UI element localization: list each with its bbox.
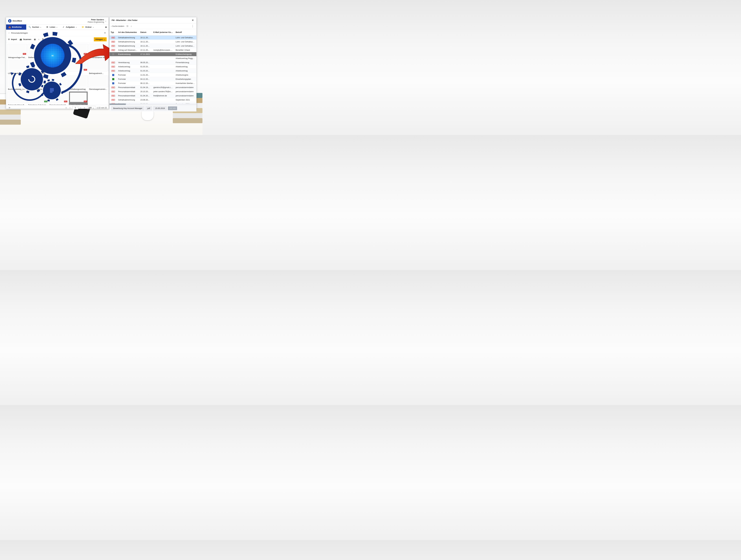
document-tile[interactable]: PDFVetragsvorlage Frei... <box>8 44 27 59</box>
document-tile[interactable] <box>49 60 68 75</box>
close-icon[interactable]: ✕ <box>191 18 194 22</box>
main-nav: 📥Briefkörbe⌄ 🔍Suchen⌄ ☰Listen⌄ ✓Aufgaben… <box>6 24 109 30</box>
import-button[interactable]: ⬆Import <box>8 38 17 41</box>
scan-button[interactable]: 📠Scannen <box>19 38 31 41</box>
ablegen-button[interactable]: Ablegen⌄ <box>94 37 107 41</box>
chevron-down-icon: ⌄ <box>92 107 94 109</box>
grid-view-icon[interactable]: ▦ <box>34 38 36 41</box>
filetype-icon <box>110 74 117 76</box>
results-title: PM - Mitarbeiter - Alle Felder <box>112 19 138 21</box>
user-org: Peters Engineering <box>87 21 104 23</box>
nav-listen[interactable]: ☰Listen⌄ <box>44 24 60 29</box>
filetype-icon: PDF <box>110 41 117 43</box>
table-row[interactable]: Formular06.12.20...Inventarliste überlas… <box>110 81 196 85</box>
table-row[interactable]: PDFGehaltsabrechnung18.11.20...Lohn- und… <box>110 36 196 40</box>
document-tile[interactable]: Stellenbeschreibung... <box>28 44 48 59</box>
chevron-down-icon: ⌄ <box>56 26 58 28</box>
next-page-button[interactable]: › <box>79 106 82 109</box>
tile-label: Teilnehmer Schulung... <box>28 104 48 105</box>
table-row[interactable]: PDFVereinbarung06.05.20...Firmenfahrzeug <box>110 60 196 65</box>
filetype-icon: PDF <box>110 45 117 47</box>
user-name: Peter Sanders <box>87 18 104 21</box>
tile-label: Bewerbung <box>108 88 109 90</box>
table-row[interactable]: PDFGehaltsabrechnung23.09.20...September… <box>110 98 196 102</box>
document-tile[interactable] <box>49 44 68 59</box>
table-row[interactable]: Formular11.01.20...Arbeitszeugnisgültig <box>110 73 196 77</box>
document-tile[interactable]: Dienstwagenverein... <box>89 76 108 90</box>
document-tile[interactable]: ...erbung <box>49 76 68 90</box>
database-icon[interactable]: 🗄 <box>42 38 44 41</box>
page-size-select[interactable]: 100⌄ <box>87 106 95 109</box>
refresh-icon[interactable]: ⟳ <box>8 106 11 109</box>
modify-search-button[interactable]: ‹Suche ändern <box>111 25 124 27</box>
filetype-icon: PDF <box>110 49 117 51</box>
document-tile[interactable]: Aufhebungsvertrag <box>69 76 88 90</box>
prev-page-button[interactable]: ‹ <box>69 106 71 109</box>
col-betreff[interactable]: Betreff <box>175 30 196 34</box>
col-art[interactable]: Art des Dokumentes <box>117 30 139 34</box>
document-tile[interactable]: Beurteilungsbogen <box>108 60 109 75</box>
document-tile[interactable]: XLSTeilnehmer Schulung... <box>28 91 48 105</box>
document-tile[interactable]: PDFZwischenzeugnis <box>108 44 109 59</box>
document-tile[interactable]: PDFPersonalstamm Wi... <box>89 44 108 59</box>
table-row[interactable]: PDFGehaltsabrechnung23.09.20...September… <box>110 102 196 104</box>
document-tile[interactable]: PDF <box>69 60 88 75</box>
chevron-down-icon[interactable]: ⌄ <box>105 20 107 22</box>
tile-label: Personalstamm Wi... <box>89 56 108 59</box>
table-row[interactable]: PDFPersonalstammblatt01.04.19...pjenkins… <box>110 85 196 89</box>
search-icon: 🔍 <box>28 26 31 28</box>
col-datum[interactable]: Datum <box>139 30 152 34</box>
page-range: 1-22 von 22 <box>96 107 107 109</box>
filetype-icon: PDF <box>110 86 117 88</box>
layout-icon[interactable]: ▣ <box>103 24 109 29</box>
table-row[interactable]: Arbeitsvertrag Peggy Je... <box>110 56 196 60</box>
table-row[interactable]: PDFArbeitsvertrag01.03.20...Arbeitsvertr… <box>110 69 196 73</box>
document-tile[interactable]: PDF <box>69 44 88 59</box>
tile-label <box>49 72 68 72</box>
nav-ordner[interactable]: 📁Ordner⌄ <box>79 24 96 29</box>
document-tile[interactable]: Lohnjournal 032005 <box>28 60 48 75</box>
user-block[interactable]: Peter Sanders Peters Engineering <box>87 18 104 23</box>
table-row[interactable]: PDFAntrag auf Abwesenheit22.11.20...nore… <box>110 48 196 52</box>
document-tile[interactable]: PDFBewerbung Key Ac... <box>69 91 88 105</box>
nav-briefkoerbe[interactable]: 📥Briefkörbe⌄ <box>6 24 26 29</box>
more-icon[interactable]: ⋮ <box>190 24 195 28</box>
table-row[interactable]: PDFGehaltsabrechnung18.11.20...Lohn- und… <box>110 40 196 44</box>
document-tile[interactable]: XLSUrlaubs...Winner <box>28 76 48 90</box>
tile-label <box>69 56 88 57</box>
sort-icon[interactable]: ↕ <box>39 38 40 41</box>
list-view-icon[interactable]: ☷ <box>127 25 128 27</box>
last-page-button[interactable]: » <box>83 106 86 109</box>
filetype-icon <box>110 78 117 80</box>
nav-suchen[interactable]: 🔍Suchen⌄ <box>26 24 44 29</box>
table-row[interactable]: PDFArbeitsvertrag01.03.20...Arbeitsvertr… <box>110 65 196 69</box>
table-row[interactable]: PDFGehaltsabrechnung18.11.20...Lohn- und… <box>110 44 196 48</box>
table-row[interactable]: PDFPersonalstammblatt01.04.20...fred@win… <box>110 94 196 98</box>
first-page-button[interactable]: « <box>65 106 67 109</box>
footer-doc-date: 15.05.2019 <box>153 106 167 110</box>
document-tile[interactable]: LSt_Anmeldung ... <box>8 60 27 75</box>
sort-icon[interactable]: ↕ <box>131 25 132 27</box>
close-icon[interactable]: ✕ <box>104 31 107 35</box>
table-row[interactable]: Krankmeldung17.11.2021ErstbescheinigungN… <box>110 52 196 56</box>
tile-label: Zwischenzeugnis <box>108 56 109 59</box>
nav-aufgaben[interactable]: ✓Aufgaben⌄ <box>60 24 79 29</box>
document-tile[interactable]: PDFReisekostenabrech... <box>49 91 68 105</box>
table-row[interactable]: PDFPersonalstammblatt20.10.20...peter.sa… <box>110 89 196 94</box>
tile-label: Reisekostenabrech... <box>49 104 68 105</box>
document-tile[interactable]: PDFBuchungsbeleg_Lo... <box>8 76 27 90</box>
document-tile[interactable]: Beitragsabrech... <box>89 60 108 75</box>
tile-label: Datenschutzbeauft... <box>8 104 27 105</box>
import-icon: ⬆ <box>8 38 10 41</box>
horizontal-scrollbar[interactable] <box>110 104 196 105</box>
filetype-icon: PDF <box>110 66 117 68</box>
table-row[interactable]: Formular04.12.20...Einarbeitungsplangült… <box>110 77 196 81</box>
col-email[interactable]: E-Mail (externer Kontakt) <box>152 30 175 34</box>
right-panel: PM - Mitarbeiter - Alle Felder ✕ ‹Suche … <box>109 17 197 109</box>
docuware-icon: ◆ <box>8 19 11 22</box>
col-typ[interactable]: Typ <box>110 30 117 34</box>
page-input[interactable] <box>72 106 78 109</box>
document-tile[interactable]: Datenschutzbeauft... <box>8 91 27 105</box>
document-tile[interactable]: PDFBewerbung <box>108 76 109 90</box>
star-icon[interactable]: ☆ <box>8 32 10 34</box>
